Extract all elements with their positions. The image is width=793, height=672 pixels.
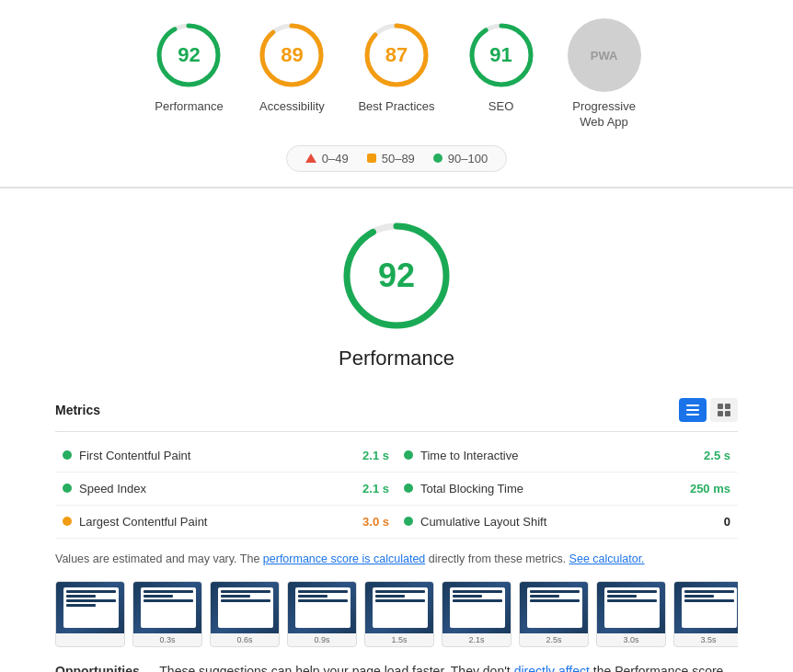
filmstrip-line xyxy=(66,595,96,598)
metric-row-tti: Time to Interactive 2.5 s xyxy=(396,439,738,473)
filmstrip-thumb-8 xyxy=(674,582,738,633)
view-grid-button[interactable] xyxy=(710,398,738,422)
score-item-best-practices[interactable]: 87 Best Practices xyxy=(358,18,434,115)
filmstrip-line xyxy=(221,595,250,598)
svg-rect-11 xyxy=(686,409,699,411)
score-circle-seo: 91 xyxy=(465,18,538,92)
score-circle-accessibility: 89 xyxy=(255,18,328,92)
score-circle-best-practices: 87 xyxy=(360,18,433,92)
score-circle-performance: 92 xyxy=(152,18,225,92)
filmstrip-content-3 xyxy=(295,587,351,628)
metric-left-tti: Time to Interactive xyxy=(404,449,518,462)
filmstrip-line xyxy=(530,599,580,602)
metric-dot-tti xyxy=(404,450,413,460)
metric-row-si: Speed Index 2.1 s xyxy=(55,473,396,506)
score-value-accessibility: 89 xyxy=(281,43,303,67)
filmstrip-time-6: 2.5s xyxy=(520,633,588,646)
filmstrip-time-1: 0.3s xyxy=(133,633,201,646)
svg-rect-15 xyxy=(718,411,723,416)
filmstrip-content-6 xyxy=(527,587,582,628)
metric-dot-lcp xyxy=(63,517,72,526)
metrics-grid: First Contentful Paint 2.1 s Time to Int… xyxy=(55,439,738,539)
legend-item-green: 90–100 xyxy=(433,152,488,165)
metric-value-si: 2.1 s xyxy=(362,482,389,495)
svg-rect-14 xyxy=(725,404,730,409)
filmstrip-time-2: 0.6s xyxy=(211,633,279,646)
view-list-button[interactable] xyxy=(679,398,707,422)
metric-dot-fcp xyxy=(63,450,72,460)
opportunities-suffix: the Performance score. xyxy=(590,664,727,672)
perf-score-link[interactable]: performance score is calculated xyxy=(263,552,425,565)
score-label-seo: SEO xyxy=(488,99,513,115)
info-middle: directly from these metrics. xyxy=(425,552,569,565)
filmstrip-frame-2: 0.6s xyxy=(210,581,280,647)
score-item-pwa[interactable]: PWA ProgressiveWeb App xyxy=(568,18,641,131)
filmstrip-line xyxy=(66,599,116,602)
filmstrip-thumb-2 xyxy=(211,582,280,633)
legend-label-green: 90–100 xyxy=(448,152,488,165)
filmstrip-line xyxy=(298,599,348,602)
filmstrip-line xyxy=(221,599,270,602)
filmstrip-content-8 xyxy=(682,587,737,628)
svg-rect-13 xyxy=(718,404,723,409)
score-item-accessibility[interactable]: 89 Accessibility xyxy=(255,18,328,115)
filmstrip-time-4: 1.5s xyxy=(365,633,433,646)
metric-name-si: Speed Index xyxy=(79,482,146,495)
metric-value-fcp: 2.1 s xyxy=(362,449,389,462)
filmstrip: 0.3s 0.6s 0.9s xyxy=(55,581,738,647)
filmstrip-line xyxy=(453,595,482,598)
opportunities-bold: Opportunities xyxy=(55,664,140,672)
filmstrip-line xyxy=(144,595,173,598)
score-item-performance[interactable]: 92 Performance xyxy=(152,18,225,115)
calculator-link[interactable]: See calculator. xyxy=(569,552,645,565)
pwa-circle: PWA xyxy=(568,18,641,92)
directly-affect-link[interactable]: directly affect xyxy=(514,664,590,672)
filmstrip-line xyxy=(607,590,657,593)
filmstrip-line xyxy=(375,595,405,598)
filmstrip-line xyxy=(66,604,96,607)
metric-row-tbt: Total Blocking Time 250 ms xyxy=(396,473,738,506)
metric-row-fcp: First Contentful Paint 2.1 s xyxy=(55,439,396,473)
opportunities-title: Opportunities — These suggestions can he… xyxy=(55,662,738,672)
metric-name-fcp: First Contentful Paint xyxy=(79,449,190,462)
metrics-title: Metrics xyxy=(55,403,100,417)
score-label-pwa: ProgressiveWeb App xyxy=(572,99,636,131)
legend-label-red: 0–49 xyxy=(322,152,349,165)
score-value-best-practices: 87 xyxy=(385,43,408,67)
legend-item-red: 0–49 xyxy=(305,152,349,165)
filmstrip-content-4 xyxy=(373,587,428,628)
score-label-accessibility: Accessibility xyxy=(259,99,325,115)
filmstrip-frame-7: 3.0s xyxy=(596,581,666,647)
filmstrip-line xyxy=(607,599,657,602)
score-value-performance: 92 xyxy=(178,43,200,67)
filmstrip-thumb-7 xyxy=(597,582,666,633)
filmstrip-line xyxy=(144,599,193,602)
filmstrip-line xyxy=(298,590,348,593)
score-item-seo[interactable]: 91 SEO xyxy=(465,18,538,115)
filmstrip-line xyxy=(453,599,502,602)
metric-left-fcp: First Contentful Paint xyxy=(63,449,190,462)
filmstrip-frame-6: 2.5s xyxy=(519,581,589,647)
svg-rect-16 xyxy=(725,411,730,416)
scores-row: 92 Performance 89 Accessibility xyxy=(152,18,640,131)
filmstrip-line xyxy=(684,590,734,593)
metric-left-cls: Cumulative Layout Shift xyxy=(404,515,546,529)
main-score-label: Performance xyxy=(339,347,454,370)
filmstrip-time-7: 3.0s xyxy=(597,633,665,646)
filmstrip-line xyxy=(375,599,425,602)
pwa-abbr: PWA xyxy=(591,49,618,63)
filmstrip-line xyxy=(298,595,328,598)
metric-row-lcp: Largest Contentful Paint 3.0 s xyxy=(55,506,396,539)
filmstrip-content-0 xyxy=(63,587,119,628)
filmstrip-time-0 xyxy=(56,633,124,637)
filmstrip-frame-8: 3.5s xyxy=(673,581,738,647)
metrics-section: Metrics xyxy=(55,389,738,539)
filmstrip-frame-4: 1.5s xyxy=(364,581,434,647)
filmstrip-thumb-1 xyxy=(133,582,202,633)
metric-value-tbt: 250 ms xyxy=(690,482,730,495)
metric-name-cls: Cumulative Layout Shift xyxy=(420,515,546,529)
filmstrip-thumb-3 xyxy=(288,582,357,633)
metric-dot-cls xyxy=(404,517,413,526)
main-score-value: 92 xyxy=(378,256,415,295)
filmstrip-line xyxy=(66,590,116,593)
